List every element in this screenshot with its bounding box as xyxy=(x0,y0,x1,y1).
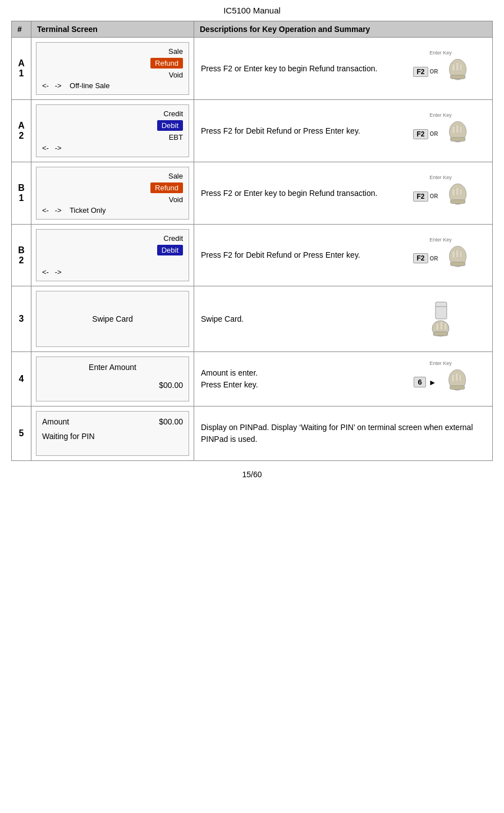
svg-rect-23 xyxy=(433,332,448,336)
page-title: IC5100 Manual xyxy=(11,6,493,15)
terminal-screen: Enter Amount $00.00 xyxy=(31,352,194,406)
terminal-screen: Credit Debit EBT <- -> xyxy=(31,100,194,162)
terminal-screen: Amount $00.00 Waiting for PIN xyxy=(31,406,194,461)
svg-rect-13 xyxy=(456,187,459,195)
svg-rect-20 xyxy=(436,302,447,319)
svg-rect-6 xyxy=(450,138,465,141)
enter-key-icon xyxy=(440,243,468,274)
terminal-screen: Sale Refund Void <- -> Ticket Only xyxy=(31,162,194,225)
table-row: B2 Credit Debit <- -> Press F2 for Debit… xyxy=(12,225,493,286)
desc-cell: Press F2 for Debit Refund or Press Enter… xyxy=(194,225,493,286)
table-row: 5 Amount $00.00 Waiting for PIN Display … xyxy=(12,406,493,461)
row-id: 5 xyxy=(12,406,31,461)
svg-rect-19 xyxy=(460,250,462,258)
desc-cell: Press F2 for Debit Refund or Press Enter… xyxy=(194,100,493,162)
desc-cell: Display on PINPad. Display ‘Waiting for … xyxy=(194,406,493,461)
svg-rect-1 xyxy=(450,75,465,79)
terminal-screen: Credit Debit <- -> xyxy=(31,225,194,286)
main-table: # Terminal Screen Descriptions for Key O… xyxy=(11,21,493,461)
terminal-screen: Sale Refund Void <- -> Off-line Sale xyxy=(31,38,194,100)
svg-rect-4 xyxy=(460,64,462,71)
svg-rect-17 xyxy=(452,250,455,258)
enter-key-icon xyxy=(440,118,468,149)
svg-rect-31 xyxy=(459,374,461,382)
desc-cell: Press F2 or Enter key to begin Refund tr… xyxy=(194,38,493,100)
desc-cell: Amount is enter.Press Enter key. Enter K… xyxy=(194,352,493,406)
page-footer: 15/60 xyxy=(11,470,493,479)
enter-key-icon xyxy=(440,56,468,87)
table-row: A2 Credit Debit EBT <- -> Press F2 for D… xyxy=(12,100,493,162)
svg-rect-8 xyxy=(456,125,459,133)
row-id: A1 xyxy=(12,38,31,100)
enter-key-icon xyxy=(440,181,468,212)
svg-rect-3 xyxy=(456,62,459,71)
svg-rect-28 xyxy=(450,386,465,390)
row-id: A2 xyxy=(12,100,31,162)
svg-rect-29 xyxy=(451,374,454,382)
row-id: 3 xyxy=(12,286,31,352)
col-header-num: # xyxy=(12,21,31,38)
table-row: 3 Swipe Card Swipe Card. xyxy=(12,286,493,352)
terminal-screen: Swipe Card xyxy=(31,286,194,352)
svg-rect-25 xyxy=(440,321,443,330)
svg-rect-7 xyxy=(452,126,455,134)
svg-rect-14 xyxy=(460,189,462,196)
row-id: 4 xyxy=(12,352,31,406)
enter-key-icon xyxy=(439,367,468,398)
row-id: B2 xyxy=(12,225,31,286)
svg-rect-16 xyxy=(450,262,465,266)
svg-rect-2 xyxy=(452,64,455,71)
svg-rect-30 xyxy=(455,373,458,381)
row-id: B1 xyxy=(12,162,31,225)
table-row: A1 Sale Refund Void <- -> Off-line Sale … xyxy=(12,38,493,100)
svg-rect-9 xyxy=(460,126,462,134)
svg-rect-11 xyxy=(450,200,465,204)
table-row: 4 Enter Amount $00.00 Amount is enter.Pr… xyxy=(12,352,493,406)
svg-rect-26 xyxy=(444,323,447,330)
desc-cell: Swipe Card. xyxy=(194,286,493,352)
swipe-card-icon xyxy=(425,299,456,339)
svg-rect-12 xyxy=(452,189,455,196)
desc-cell: Press F2 or Enter key to begin Refund tr… xyxy=(194,162,493,225)
col-header-desc: Descriptions for Key Operation and Summa… xyxy=(194,21,493,38)
col-header-screen: Terminal Screen xyxy=(31,21,194,38)
table-row: B1 Sale Refund Void <- -> Ticket Only Pr… xyxy=(12,162,493,225)
svg-rect-18 xyxy=(456,249,459,258)
svg-rect-24 xyxy=(436,323,439,331)
